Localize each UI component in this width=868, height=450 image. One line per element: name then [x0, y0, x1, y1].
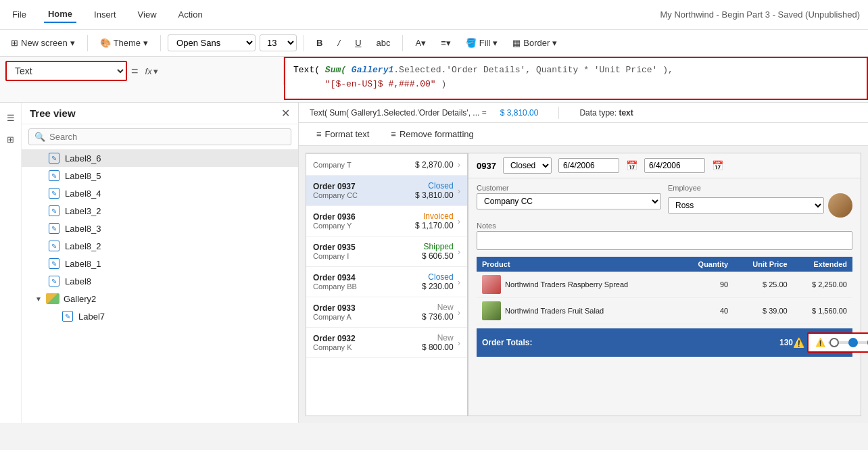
order-arrow-0935: › [458, 247, 460, 257]
detail-order-number: 0937 [477, 161, 496, 171]
hamburger-icon[interactable]: ☰ [1, 108, 20, 127]
tree-item-label8-1[interactable]: ✎ Label8_1 [22, 255, 298, 272]
tree-item-label8-3[interactable]: ✎ Label8_3 [22, 220, 298, 237]
label-icon: ✎ [49, 188, 59, 199]
label-icon: ✎ [49, 170, 59, 181]
notes-label: Notes [477, 222, 852, 230]
italic-button[interactable]: / [333, 35, 346, 51]
menu-file[interactable]: File [8, 7, 30, 22]
tree-item-label8-5[interactable]: ✎ Label8_5 [22, 167, 298, 184]
toolbar: ⊞ New screen ▾ 🎨 Theme ▾ Open Sans 13 B … [0, 30, 868, 57]
label-icon: ✎ [62, 311, 73, 322]
customer-select[interactable]: Company CC [477, 193, 661, 209]
order-arrow-0934: › [458, 277, 460, 287]
order-info-0934: Order 0934 Company BB [313, 273, 413, 291]
fill-icon: 🪣 [466, 38, 477, 48]
tree-group-gallery2[interactable]: ▼ Gallery2 [22, 290, 298, 307]
order-amount-0934: $ 230.00 [413, 282, 454, 291]
equals-sign: = [131, 64, 139, 78]
order-row-0936[interactable]: Order 0936 Company Y Invoiced $ 1,170.00… [306, 206, 467, 236]
layers-icon[interactable]: ⊞ [1, 130, 20, 149]
property-select[interactable]: Text [5, 61, 127, 81]
menu-view[interactable]: View [134, 7, 161, 22]
product-image-salad [482, 301, 501, 320]
order-row-top[interactable]: Company T $ 2,870.00 › [306, 153, 467, 176]
order-number-0934: Order 0934 [313, 273, 413, 282]
tree-item-label8-2[interactable]: ✎ Label8_2 [22, 237, 298, 255]
order-row-0934[interactable]: Order 0934 Company BB Closed $ 230.00 › [306, 267, 467, 297]
order-row-0933[interactable]: Order 0933 Company A New $ 736.00 › [306, 297, 467, 328]
tree-search-input[interactable] [49, 132, 285, 142]
notes-input[interactable] [477, 231, 852, 250]
label-icon: ✎ [49, 241, 59, 251]
underline-button[interactable]: U [349, 35, 366, 51]
order-amount-0937: $ 3,810.00 [413, 191, 454, 200]
order-company-0932: Company K [313, 343, 413, 351]
formula-row: Text = fx ▾ Text( Sum( Gallery1.Selected… [0, 57, 868, 103]
order-row-0935[interactable]: Order 0935 Company I Shipped $ 606.50 › [306, 236, 467, 267]
fill-button[interactable]: 🪣 Fill▾ [460, 35, 504, 51]
employee-select[interactable]: Ross [668, 197, 824, 214]
menu-action[interactable]: Action [174, 7, 207, 22]
slider-thumb-left[interactable] [829, 338, 839, 347]
label-icon: ✎ [49, 276, 59, 286]
font-size-select[interactable]: 13 [260, 34, 297, 51]
menu-home[interactable]: Home [44, 6, 76, 23]
tree-item-label8[interactable]: ✎ Label8 [22, 272, 298, 290]
detail-status-select[interactable]: Closed [503, 157, 552, 174]
new-screen-label: New screen [21, 38, 68, 48]
detail-date2-input[interactable] [644, 158, 705, 173]
slider-thumb-middle[interactable] [848, 338, 858, 347]
tree-item-label3-2[interactable]: ✎ Label3_2 [22, 202, 298, 220]
order-status-0936: Invoiced [423, 211, 454, 221]
order-company-top: Company T [313, 161, 413, 169]
detail-customer-employee-row: Customer Company CC Employee [477, 184, 852, 218]
order-number-0935: Order 0935 [313, 243, 413, 252]
order-info-0932: Order 0932 Company K [313, 334, 413, 351]
detail-date1-input[interactable] [558, 158, 619, 173]
font-color-button[interactable]: A▾ [410, 35, 431, 51]
formula-code-box[interactable]: Text( Sum( Gallery1.Selected.'Order Deta… [284, 57, 868, 100]
slider-track[interactable] [828, 341, 868, 344]
tree-view-close-icon[interactable]: ✕ [281, 107, 290, 120]
remove-formatting-button[interactable]: ≡ Remove formatting [384, 126, 480, 142]
customer-label: Customer [477, 184, 661, 192]
tree-items-list: ✎ Label8_6 ✎ Label8_5 ✎ Label8_4 ✎ Label… [22, 149, 298, 423]
order-number-0933: Order 0933 [313, 303, 413, 313]
tree-item-label7[interactable]: ✎ Label7 [22, 307, 298, 325]
menu-insert[interactable]: Insert [90, 7, 120, 22]
tree-view-title: Tree view [30, 107, 76, 119]
slider-control-overlay[interactable]: ⚠️ 3,810.00 [807, 332, 868, 353]
product-cell-1: Northwind Traders Fruit Salad [477, 298, 681, 324]
theme-button[interactable]: 🎨 Theme ▾ [95, 35, 153, 51]
order-row-0932[interactable]: Order 0932 Company K New $ 800.00 › [306, 328, 467, 358]
quantity-col-header: Quantity [681, 257, 734, 272]
canvas-area: Company T $ 2,870.00 › Order 0937 Compan… [299, 146, 868, 423]
employee-field: Employee Ross [668, 184, 852, 218]
customer-field: Customer Company CC [477, 184, 661, 209]
tree-item-label8-4[interactable]: ✎ Label8_4 [22, 184, 298, 202]
main-row: ☰ ⊞ Tree view ✕ 🔍 ✎ Label8_6 ✎ Label8_5 … [0, 103, 868, 423]
font-family-select[interactable]: Open Sans [168, 34, 256, 51]
order-info-0935: Order 0935 Company I [313, 243, 413, 260]
detail-body: Customer Company CC Employee [468, 178, 861, 362]
detail-top-bar: 0937 Closed 📅 📅 [468, 153, 861, 178]
order-status-0937: Closed [428, 181, 453, 191]
formula-line-1: Text( Sum( Gallery1.Selected.'Order Deta… [293, 64, 859, 78]
tree-item-label8-6[interactable]: ✎ Label8_6 [22, 149, 298, 167]
fx-button[interactable]: fx ▾ [143, 65, 161, 78]
order-amount-0932: $ 800.00 [413, 343, 454, 352]
product-price-1: $ 39.00 [733, 298, 792, 324]
formula-line-2: "[$-en-US]$ #,###.00" ) [293, 78, 859, 92]
strikethrough-button[interactable]: abc [371, 35, 396, 51]
product-row-1: Northwind Traders Fruit Salad 40 $ 39.00… [477, 298, 852, 324]
order-row-0937[interactable]: Order 0937 Company CC Closed $ 3,810.00 … [306, 176, 467, 206]
gallery-icon [46, 293, 59, 304]
bold-button[interactable]: B [311, 35, 328, 51]
detail-calendar1-icon[interactable]: 📅 [626, 160, 637, 171]
new-screen-button[interactable]: ⊞ New screen ▾ [5, 35, 80, 51]
detail-calendar2-icon[interactable]: 📅 [712, 160, 723, 171]
align-button[interactable]: ≡▾ [435, 35, 456, 51]
border-button[interactable]: ▦ Border▾ [507, 35, 562, 51]
format-text-button[interactable]: ≡ Format text [310, 126, 376, 142]
